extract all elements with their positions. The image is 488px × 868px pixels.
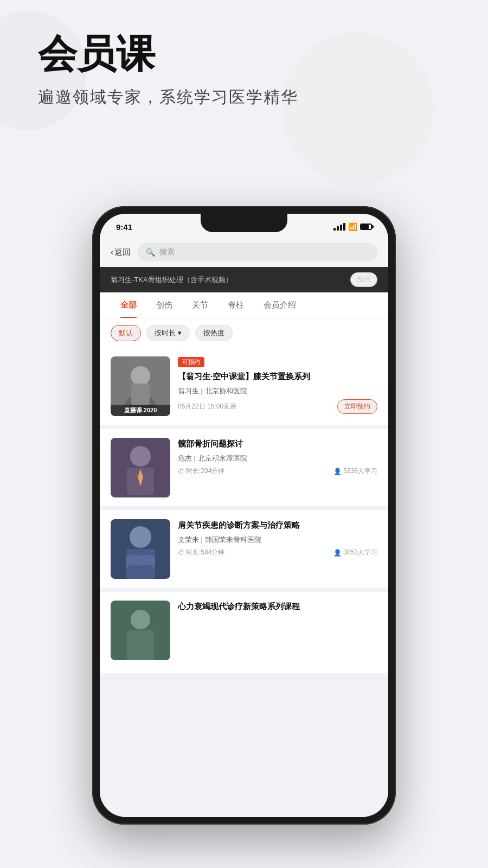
course-list: 直播课.2020 可预约 【翁习生·空中课堂】膝关节置换系列 翁习生 | 北京协… xyxy=(100,348,388,817)
tab-bar: 全部 创伤 关节 脊柱 会员介绍 xyxy=(100,292,388,318)
course-card-3[interactable]: 肩关节疾患的诊断方案与治疗策略 文荣来 | 韩国荣来骨科医院 ⏱ 时长:584分… xyxy=(100,510,388,588)
doctor-avatar-2 xyxy=(111,438,170,497)
course-card-4[interactable]: 心力衰竭现代诊疗新策略系列课程 xyxy=(100,592,388,673)
live-time-1: 05月22日 15:00直播 xyxy=(178,402,236,411)
svg-rect-13 xyxy=(127,630,154,660)
course-info-1: 可预约 【翁习生·空中课堂】膝关节置换系列 翁习生 | 北京协和医院 05月22… xyxy=(178,356,377,414)
phone-notch xyxy=(201,214,287,232)
wifi-icon: 📶 xyxy=(348,222,357,231)
search-icon: 🔍 xyxy=(146,248,155,257)
course-thumb-3 xyxy=(111,519,170,579)
back-label: 返回 xyxy=(114,247,131,258)
back-button[interactable]: ‹ 返回 xyxy=(111,247,131,258)
people-icon: 👤 xyxy=(333,468,342,475)
duration-3: ⏱ 时长:584分钟 xyxy=(178,548,224,557)
course-tag-1: 可预约 xyxy=(178,357,204,367)
filter-default[interactable]: 默认 xyxy=(111,325,141,341)
doctor-avatar-3 xyxy=(111,519,170,579)
tab-joint[interactable]: 关节 xyxy=(182,292,218,318)
course-card-2[interactable]: 髋部骨折问题探讨 危杰 | 北京积水潭医院 ⏱ 时长:204分钟 👤 5338人… xyxy=(100,429,388,506)
filter-popularity[interactable]: 按热度 xyxy=(195,325,233,341)
course-title-1: 【翁习生·空中课堂】膝关节置换系列 xyxy=(178,371,377,382)
status-time: 9:41 xyxy=(116,222,132,232)
search-bar[interactable]: 🔍 搜索 xyxy=(137,243,377,261)
svg-point-12 xyxy=(131,610,150,629)
course-info-2: 髋部骨折问题探讨 危杰 | 北京积水潭医院 ⏱ 时长:204分钟 👤 5338人… xyxy=(178,438,377,476)
course-thumb-1: 直播课.2020 xyxy=(111,356,170,416)
live-badge: 直播课.2020 xyxy=(111,405,170,416)
course-doctor-1: 翁习生 | 北京协和医院 xyxy=(178,386,377,396)
course-meta-3: ⏱ 时长:584分钟 👤 3853人学习 xyxy=(178,548,377,557)
doctor-avatar-1: 直播课.2020 xyxy=(111,356,170,416)
tab-spine[interactable]: 脊柱 xyxy=(218,292,254,318)
search-placeholder: 搜索 xyxy=(159,247,175,257)
sticky-header: 翁习生-TKA骨组织处理（含手术视频） 预约 xyxy=(100,267,388,292)
phone-outer: 9:41 📶 ‹ 返回 xyxy=(92,206,396,825)
sticky-course-title: 翁习生-TKA骨组织处理（含手术视频） xyxy=(111,275,233,285)
tab-member[interactable]: 会员介绍 xyxy=(254,292,306,318)
course-info-3: 肩关节疾患的诊断方案与治疗策略 文荣来 | 韩国荣来骨科医院 ⏱ 时长:584分… xyxy=(178,519,377,557)
page-subtitle: 遍邀领域专家，系统学习医学精华 xyxy=(38,86,450,108)
doctor-avatar-4 xyxy=(111,601,170,660)
filter-duration[interactable]: 按时长 ▾ xyxy=(146,325,190,341)
svg-point-1 xyxy=(131,366,150,386)
phone-screen: 9:41 📶 ‹ 返回 xyxy=(100,214,388,817)
book-button-1[interactable]: 立即预约 xyxy=(337,399,377,414)
course-title-4: 心力衰竭现代诊疗新策略系列课程 xyxy=(178,601,377,612)
clock-icon: ⏱ xyxy=(178,468,184,475)
reserve-button[interactable]: 预约 xyxy=(350,272,377,287)
hero-section: 会员课 遍邀领域专家，系统学习医学精华 xyxy=(0,0,488,130)
course-thumb-2 xyxy=(111,438,170,497)
nav-bar: ‹ 返回 🔍 搜索 xyxy=(100,238,388,267)
svg-point-9 xyxy=(130,526,151,548)
back-arrow-icon: ‹ xyxy=(111,247,113,257)
tab-all[interactable]: 全部 xyxy=(111,292,146,318)
signal-icon xyxy=(333,223,345,231)
course-doctor-3: 文荣来 | 韩国荣来骨科医院 xyxy=(178,535,377,545)
students-2: 👤 5338人学习 xyxy=(333,467,377,476)
filter-bar: 默认 按时长 ▾ 按热度 xyxy=(100,318,388,348)
course-info-4: 心力衰竭现代诊疗新策略系列课程 xyxy=(178,601,377,616)
battery-icon xyxy=(360,224,372,230)
clock-icon-3: ⏱ xyxy=(178,549,184,557)
tab-trauma[interactable]: 创伤 xyxy=(146,292,182,318)
svg-point-5 xyxy=(130,446,151,467)
course-title-3: 肩关节疾患的诊断方案与治疗策略 xyxy=(178,519,377,531)
status-icons: 📶 xyxy=(333,222,372,231)
course-title-2: 髋部骨折问题探讨 xyxy=(178,438,377,449)
people-icon-3: 👤 xyxy=(333,549,342,557)
duration-2: ⏱ 时长:204分钟 xyxy=(178,467,224,476)
course-thumb-4 xyxy=(111,601,170,660)
course-card-1[interactable]: 直播课.2020 可预约 【翁习生·空中课堂】膝关节置换系列 翁习生 | 北京协… xyxy=(100,348,388,425)
course-meta-2: ⏱ 时长:204分钟 👤 5338人学习 xyxy=(178,467,377,476)
phone-mockup: 9:41 📶 ‹ 返回 xyxy=(92,206,396,825)
course-doctor-2: 危杰 | 北京积水潭医院 xyxy=(178,454,377,463)
svg-rect-3 xyxy=(131,384,150,405)
course-meta-1: 05月22日 15:00直播 立即预约 xyxy=(178,399,377,414)
page-title: 会员课 xyxy=(38,33,450,75)
students-3: 👤 3853人学习 xyxy=(333,548,377,557)
